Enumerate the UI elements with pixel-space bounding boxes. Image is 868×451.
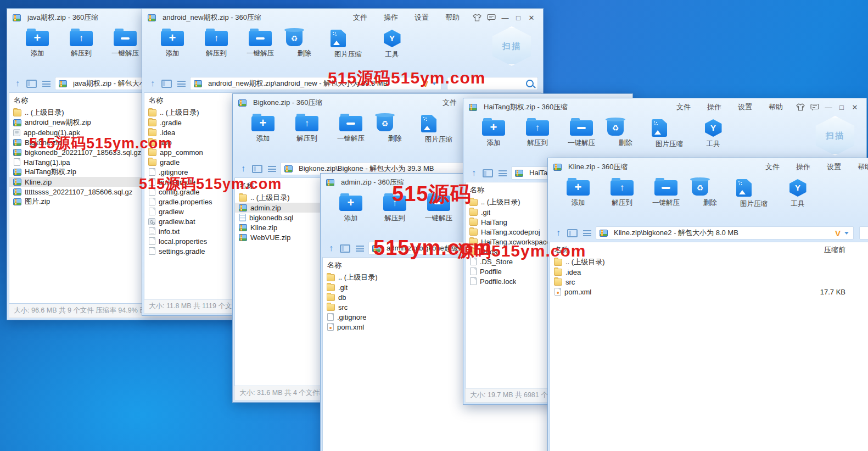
file-name: .. (上级目录) [250, 193, 290, 203]
toolbar-button[interactable]: 删除 [603, 118, 647, 149]
toolbar-button[interactable]: 工具 [776, 178, 820, 209]
file-row[interactable]: .idea文件夹 [550, 267, 868, 277]
toolbar-icon [70, 31, 93, 46]
toolbar-button[interactable]: 添加 [472, 118, 516, 149]
toolbar-button[interactable]: 图片压缩 [417, 114, 461, 144]
toolbar-button[interactable]: 图片压缩 [732, 178, 776, 209]
minimize-button[interactable]: — [822, 102, 835, 113]
file-name: HaiTang(1).ipa [24, 158, 70, 166]
list-view-icon[interactable] [583, 230, 591, 236]
up-level-icon[interactable]: ↑ [238, 164, 249, 174]
toolbar-button[interactable]: 工具 [691, 118, 735, 149]
menu-item[interactable]: 文件 [668, 101, 699, 114]
up-level-icon[interactable]: ↑ [468, 168, 479, 178]
toolbar-icon [339, 116, 362, 131]
toolbar-button[interactable]: 一键解压 [644, 178, 688, 209]
titlebar[interactable]: Kline.zip - 360压缩 文件操作设置帮助 — □ ✕ [550, 158, 868, 175]
panel-view-icon[interactable] [567, 229, 578, 237]
close-button[interactable]: ✕ [525, 13, 538, 23]
panel-view-icon[interactable] [483, 169, 493, 177]
column-header-size-before[interactable]: 压缩前 [802, 245, 845, 255]
menu-item[interactable]: 帮助 [849, 160, 868, 174]
menu-item[interactable]: 设置 [730, 101, 760, 114]
feedback-icon[interactable] [484, 14, 499, 21]
vip-mark[interactable]: V [835, 229, 841, 238]
scan-badge[interactable]: 扫描 [813, 116, 857, 155]
search-input[interactable] [859, 226, 868, 240]
file-icon [327, 284, 335, 291]
toolbar-button[interactable]: 解压到 [285, 114, 329, 144]
skin-icon[interactable] [470, 14, 484, 21]
file-name: .idea [565, 268, 802, 276]
window-title: Kline.zip - 360压缩 [568, 162, 628, 172]
archive-icon [600, 230, 608, 237]
list-view-icon[interactable] [42, 81, 51, 87]
toolbar-button[interactable]: 添加 [15, 29, 59, 59]
toolbar-button[interactable]: 删除 [282, 29, 326, 59]
up-level-icon[interactable]: ↑ [147, 79, 158, 88]
menu-item[interactable]: 帮助 [437, 11, 468, 24]
toolbar-button[interactable]: 图片压缩 [326, 29, 370, 59]
menu-item[interactable]: 帮助 [760, 101, 791, 114]
panel-view-icon[interactable] [26, 80, 37, 88]
up-level-icon[interactable]: ↑ [553, 228, 564, 238]
toolbar-button[interactable]: 添加 [329, 193, 373, 224]
toolbar-button[interactable]: 删除 [688, 178, 732, 209]
file-row[interactable]: src文件夹 [550, 277, 868, 287]
toolbar-button[interactable]: 图片压缩 [647, 118, 691, 149]
menu-item[interactable]: 文件 [757, 160, 788, 174]
feedback-icon[interactable] [808, 103, 822, 111]
skin-icon[interactable] [793, 103, 808, 111]
file-name: HaiTang期权.zip [25, 167, 76, 177]
panel-view-icon[interactable] [252, 165, 262, 173]
scan-badge[interactable]: 扫描 [490, 26, 534, 66]
file-row[interactable]: pom.xml17.7 KB3.0 KBXML 文档 [550, 287, 868, 297]
toolbar-button[interactable]: 添加 [150, 29, 194, 59]
menu-item[interactable]: 文件 [345, 11, 376, 24]
up-level-icon[interactable]: ↑ [326, 243, 337, 253]
toolbar-button[interactable]: 添加 [241, 114, 285, 144]
file-name: .gradle [160, 119, 182, 127]
list-view-icon[interactable] [268, 166, 276, 172]
titlebar[interactable]: android_new期权.zip - 360压缩 文件操作设置帮助 — □ ✕ [144, 9, 541, 25]
panel-view-icon[interactable] [161, 80, 172, 88]
address-bar[interactable]: Kline.zip\bigkone2 - 解包大小为 8.0 MB V [596, 226, 854, 240]
toolbar-icon [482, 120, 505, 136]
menu-item[interactable]: 操作 [376, 11, 406, 24]
toolbar-button[interactable]: 解压到 [516, 118, 559, 149]
dropdown-caret-icon[interactable] [844, 232, 849, 237]
menu-item[interactable]: 设置 [819, 160, 849, 174]
column-header-size-after[interactable]: 压缩后 [845, 245, 868, 255]
menu-item[interactable]: 操作 [788, 160, 819, 174]
scan-label: 扫描 [502, 41, 521, 52]
toolbar-button[interactable]: 工具 [370, 29, 414, 59]
toolbar-icon [205, 31, 228, 46]
toolbar-button[interactable]: 一键解压 [238, 29, 282, 59]
menu-item[interactable]: 操作 [699, 101, 730, 114]
toolbar-button[interactable]: 一键解压 [103, 29, 147, 59]
list-view-icon[interactable] [499, 170, 507, 176]
file-icon [469, 219, 478, 226]
toolbar-button[interactable]: 解压到 [194, 29, 238, 59]
list-view-icon[interactable] [177, 81, 186, 87]
toolbar-button[interactable]: 一键解压 [559, 118, 603, 149]
file-icon [148, 218, 155, 225]
maximize-button[interactable]: □ [512, 13, 525, 23]
up-level-icon[interactable]: ↑ [12, 79, 23, 88]
toolbar-button[interactable]: 添加 [556, 178, 600, 209]
minimize-button[interactable]: — [499, 13, 512, 23]
maximize-button[interactable]: □ [835, 102, 848, 113]
titlebar[interactable]: HaiTang期权.zip - 360压缩 文件操作设置帮助 — □ ✕ [465, 98, 865, 115]
toolbar-button[interactable]: 解压到 [59, 29, 103, 59]
toolbar-button[interactable]: 解压到 [600, 178, 644, 209]
menu-item[interactable]: 文件 [434, 96, 465, 109]
list-view-icon[interactable] [356, 246, 364, 252]
menu-item[interactable]: 设置 [406, 11, 437, 24]
column-header-name[interactable]: 名称 [555, 245, 802, 255]
close-button[interactable]: ✕ [848, 102, 861, 113]
toolbar-button[interactable]: 删除 [373, 114, 417, 144]
panel-view-icon[interactable] [340, 244, 350, 253]
file-name: db [338, 293, 346, 302]
toolbar-button[interactable]: 一键解压 [329, 114, 373, 144]
file-row[interactable]: .. (上级目录)文件夹 [550, 257, 868, 267]
